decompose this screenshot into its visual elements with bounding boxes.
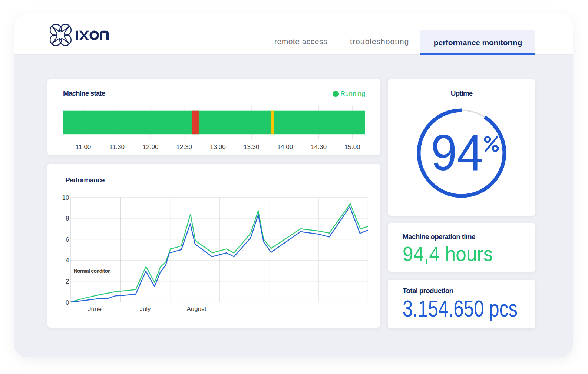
svg-text:15:00: 15:00	[344, 143, 360, 150]
svg-text:4: 4	[66, 257, 69, 264]
svg-text:14:00: 14:00	[277, 143, 293, 150]
svg-text:Normal conditon: Normal conditon	[74, 268, 110, 274]
svg-text:June: June	[88, 305, 102, 312]
svg-text:2: 2	[66, 278, 69, 285]
svg-text:8: 8	[66, 215, 69, 222]
svg-text:July: July	[139, 305, 151, 312]
svg-text:13:00: 13:00	[210, 143, 226, 150]
svg-text:6: 6	[66, 236, 69, 243]
svg-text:11:30: 11:30	[109, 143, 125, 150]
svg-text:14:30: 14:30	[311, 143, 327, 150]
svg-text:0: 0	[66, 299, 69, 306]
svg-text:August: August	[187, 305, 207, 312]
svg-text:13:30: 13:30	[244, 143, 260, 150]
svg-text:12:30: 12:30	[176, 143, 192, 150]
svg-text:12:00: 12:00	[143, 143, 159, 150]
svg-text:10: 10	[62, 194, 69, 201]
svg-text:11:00: 11:00	[76, 143, 91, 150]
